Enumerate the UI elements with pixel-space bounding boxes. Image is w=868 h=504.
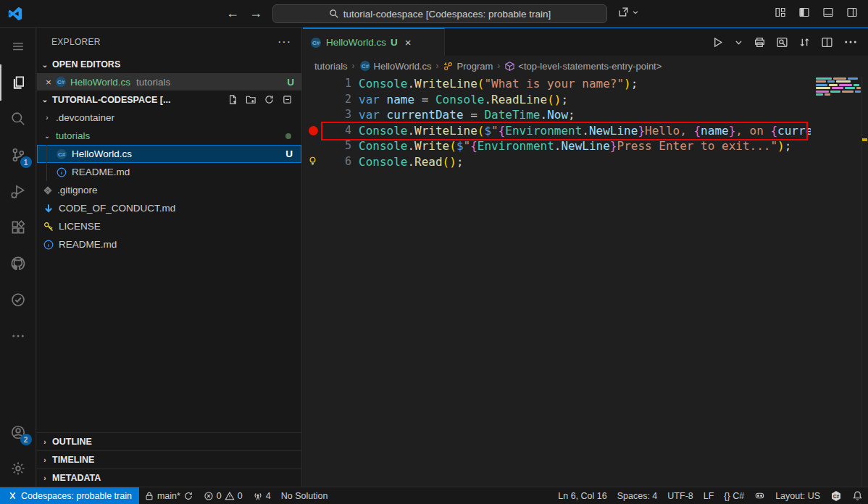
toggle-primary-sidebar-icon[interactable]: [798, 7, 810, 18]
breadcrumb-item[interactable]: Program: [443, 61, 493, 72]
activity-item-source-control[interactable]: 1: [0, 137, 36, 173]
line-number[interactable]: 5: [345, 138, 351, 154]
status-eol[interactable]: LF: [698, 487, 719, 504]
tree-item--devcontainer[interactable]: ›.devcontainer: [37, 109, 301, 127]
run-icon[interactable]: [711, 36, 724, 49]
activity-item-menu[interactable]: [0, 28, 36, 64]
refresh-icon[interactable]: [264, 94, 275, 105]
tree-item-readme-md[interactable]: README.md: [37, 235, 301, 253]
status-ports[interactable]: 4: [248, 487, 276, 504]
minimap[interactable]: [816, 76, 861, 487]
code-line[interactable]: 4Console.WriteLine($"{Environment.NewLin…: [303, 123, 868, 139]
activity-item-settings[interactable]: [0, 450, 36, 487]
split-editor-icon[interactable]: [821, 36, 833, 49]
activity-item-accounts[interactable]: 2: [0, 414, 36, 450]
status-indentation[interactable]: Spaces: 4: [612, 487, 663, 504]
activity-item-explorer[interactable]: [0, 64, 36, 101]
explorer-more-actions[interactable]: ···: [277, 35, 291, 49]
status-copilot[interactable]: [749, 487, 770, 504]
gutter[interactable]: 6: [303, 154, 359, 170]
breadcrumb-item[interactable]: <top-level-statements-entry-point>: [504, 61, 662, 72]
modified-dot-badge: [285, 133, 291, 139]
tree-item-tutorials[interactable]: ⌄tutorials: [37, 127, 301, 145]
breadcrumb-item[interactable]: C#HelloWorld.cs: [359, 60, 432, 72]
section-metadata[interactable]: ›METADATA: [37, 469, 301, 487]
compare-changes-icon[interactable]: [798, 36, 811, 49]
minimap-line: [816, 80, 861, 83]
lightbulb-icon[interactable]: [307, 156, 318, 167]
code-text: Console.Read();: [359, 154, 811, 170]
new-file-icon[interactable]: [228, 94, 238, 105]
gutter[interactable]: 3: [303, 107, 359, 123]
status-label: Codespaces: probable train: [21, 491, 132, 501]
chevron-down-icon[interactable]: [734, 38, 743, 47]
minimap-segment: [842, 91, 854, 93]
line-number[interactable]: 6: [345, 154, 351, 170]
code-line[interactable]: 6Console.Read();: [303, 154, 868, 170]
line-number[interactable]: 3: [345, 107, 351, 123]
new-folder-icon[interactable]: [246, 94, 256, 105]
ellipsis-icon[interactable]: [843, 35, 858, 49]
status-solution[interactable]: No Solution: [276, 487, 333, 504]
open-editors-header[interactable]: ⌄ OPEN EDITORS: [37, 56, 301, 73]
command-center-search[interactable]: tutorial-codespace [Codespaces: probable…: [272, 4, 607, 23]
code-line[interactable]: 1Console.WriteLine("What is your name?")…: [303, 76, 868, 92]
code-line[interactable]: 5Console.Write($"{Environment.NewLine}Pr…: [303, 138, 868, 154]
activity-item-more[interactable]: [0, 318, 36, 354]
status-csharp-status[interactable]: C#: [825, 487, 847, 504]
chevron-icon: ⌄: [43, 132, 51, 140]
tree-item-helloworld-cs[interactable]: C#HelloWorld.csU: [37, 145, 301, 163]
status-remote-indicator[interactable]: Codespaces: probable train: [0, 487, 139, 504]
section-outline[interactable]: ›OUTLINE: [37, 432, 301, 450]
activity-item-run-debug[interactable]: [0, 173, 36, 209]
tab-helloworld[interactable]: C# HelloWorld.cs U ×: [303, 28, 445, 56]
extensions-icon: [10, 219, 26, 235]
line-number[interactable]: 2: [345, 92, 351, 108]
workspace-root-header[interactable]: ⌄ TUTORIAL-CODESPACE [...: [37, 91, 301, 109]
breadcrumb-item[interactable]: tutorials: [314, 61, 348, 72]
customize-layout-icon[interactable]: [775, 7, 786, 18]
nav-back-icon[interactable]: ←: [226, 6, 239, 21]
tree-item-readme-md[interactable]: README.md: [37, 163, 301, 181]
toggle-panel-icon[interactable]: [822, 7, 834, 18]
status-language-mode[interactable]: {} C#: [719, 487, 749, 504]
tree-item--gitignore[interactable]: .gitignore: [37, 181, 301, 199]
status-keyboard-layout[interactable]: Layout: US: [770, 487, 825, 504]
sidebar-title: EXPLORER: [51, 37, 101, 47]
gutter[interactable]: 1: [303, 76, 359, 92]
line-number[interactable]: 4: [345, 123, 351, 139]
activity-item-extensions[interactable]: [0, 209, 36, 245]
code-line[interactable]: 2var name = Console.ReadLine();: [303, 92, 868, 108]
status-cursor-position[interactable]: Ln 6, Col 16: [553, 487, 612, 504]
line-number[interactable]: 1: [345, 76, 351, 92]
collapse-all-icon[interactable]: [282, 94, 293, 105]
open-remote-menu[interactable]: [617, 6, 640, 18]
gutter[interactable]: 4: [303, 123, 359, 139]
gutter[interactable]: 5: [303, 138, 359, 154]
activity-item-search[interactable]: [0, 101, 36, 137]
status-encoding[interactable]: UTF-8: [662, 487, 698, 504]
toggle-secondary-sidebar-icon[interactable]: [846, 7, 858, 18]
tree-item-license[interactable]: LICENSE: [37, 217, 301, 235]
close-icon[interactable]: ×: [405, 36, 412, 49]
activity-item-github[interactable]: [0, 245, 36, 282]
code-line[interactable]: 3var currentDate = DateTime.Now;: [303, 107, 868, 123]
nav-forward-icon[interactable]: →: [249, 6, 262, 21]
code-area[interactable]: 1Console.WriteLine("What is your name?")…: [303, 76, 868, 487]
status-branch[interactable]: main*: [139, 487, 199, 504]
activity-item-testing[interactable]: [0, 282, 36, 318]
breakpoint-icon[interactable]: [309, 126, 318, 135]
minimap-line: [816, 87, 861, 89]
print-icon[interactable]: [754, 36, 766, 49]
status-problems[interactable]: 00: [199, 487, 248, 504]
open-editor-item[interactable]: ×C#HelloWorld.cstutorialsU: [37, 73, 301, 91]
tree-item-label: .devcontainer: [56, 112, 114, 123]
tree-item-code-of-conduct-md[interactable]: CODE_OF_CONDUCT.md: [37, 199, 301, 217]
preview-search-icon[interactable]: [776, 36, 788, 49]
status-notifications[interactable]: [847, 487, 868, 504]
gutter[interactable]: 2: [303, 92, 359, 108]
minimap-segment: [827, 80, 835, 83]
overview-ruler[interactable]: [861, 76, 868, 487]
section-timeline[interactable]: ›TIMELINE: [37, 450, 301, 469]
close-icon[interactable]: ×: [46, 77, 51, 88]
